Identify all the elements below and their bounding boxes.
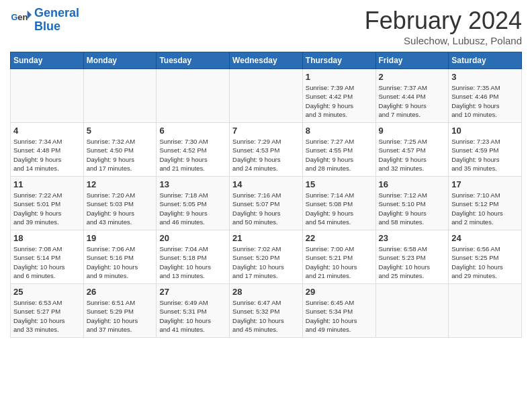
calendar-cell: 18Sunrise: 7:08 AM Sunset: 5:14 PM Dayli… [11, 230, 84, 284]
day-info: Sunrise: 7:32 AM Sunset: 4:50 PM Dayligh… [87, 137, 154, 173]
day-info: Sunrise: 6:45 AM Sunset: 5:34 PM Dayligh… [306, 298, 373, 334]
calendar-cell: 7Sunrise: 7:29 AM Sunset: 4:53 PM Daylig… [230, 123, 303, 177]
day-info: Sunrise: 7:27 AM Sunset: 4:55 PM Dayligh… [306, 137, 373, 173]
weekday-header-wednesday: Wednesday [230, 52, 303, 69]
calendar-week-2: 4Sunrise: 7:34 AM Sunset: 4:48 PM Daylig… [11, 123, 522, 177]
calendar-cell [230, 69, 303, 123]
calendar-cell [375, 284, 449, 338]
day-number: 7 [232, 126, 300, 136]
day-number: 14 [232, 179, 300, 189]
weekday-header-friday: Friday [375, 52, 449, 69]
day-number: 2 [379, 72, 446, 82]
day-number: 23 [379, 233, 446, 243]
calendar-week-3: 11Sunrise: 7:22 AM Sunset: 5:01 PM Dayli… [11, 177, 522, 230]
calendar-cell: 29Sunrise: 6:45 AM Sunset: 5:34 PM Dayli… [302, 284, 375, 338]
day-number: 28 [232, 287, 300, 297]
day-number: 12 [87, 179, 154, 189]
calendar-cell: 17Sunrise: 7:10 AM Sunset: 5:12 PM Dayli… [449, 177, 522, 230]
day-number: 26 [87, 287, 154, 297]
day-number: 27 [159, 287, 226, 297]
calendar-cell: 12Sunrise: 7:20 AM Sunset: 5:03 PM Dayli… [83, 177, 157, 230]
day-number: 18 [13, 233, 81, 243]
logo-line2: Blue [34, 19, 60, 33]
day-number: 29 [306, 287, 373, 297]
calendar-cell: 5Sunrise: 7:32 AM Sunset: 4:50 PM Daylig… [83, 123, 157, 177]
day-number: 19 [87, 233, 154, 243]
day-number: 24 [451, 233, 519, 243]
day-number: 9 [379, 126, 446, 136]
logo-line1: General [34, 6, 79, 19]
calendar-cell: 20Sunrise: 7:04 AM Sunset: 5:18 PM Dayli… [157, 230, 230, 284]
day-number: 21 [232, 233, 300, 243]
weekday-header-monday: Monday [83, 52, 157, 69]
calendar-cell [449, 284, 522, 338]
logo-text: General Blue [34, 7, 79, 34]
svg-text:n: n [22, 12, 28, 22]
day-number: 15 [306, 179, 373, 189]
day-info: Sunrise: 7:04 AM Sunset: 5:18 PM Dayligh… [159, 244, 226, 280]
day-info: Sunrise: 7:06 AM Sunset: 5:16 PM Dayligh… [87, 244, 154, 280]
day-info: Sunrise: 6:51 AM Sunset: 5:29 PM Dayligh… [87, 298, 154, 334]
day-info: Sunrise: 7:16 AM Sunset: 5:07 PM Dayligh… [232, 191, 300, 226]
calendar-cell: 11Sunrise: 7:22 AM Sunset: 5:01 PM Dayli… [11, 177, 84, 230]
day-info: Sunrise: 7:14 AM Sunset: 5:08 PM Dayligh… [306, 191, 373, 226]
day-number: 11 [13, 179, 81, 189]
month-title: February 2024 [365, 7, 522, 35]
calendar-cell: 19Sunrise: 7:06 AM Sunset: 5:16 PM Dayli… [83, 230, 157, 284]
calendar-cell: 25Sunrise: 6:53 AM Sunset: 5:27 PM Dayli… [11, 284, 84, 338]
calendar-cell: 4Sunrise: 7:34 AM Sunset: 4:48 PM Daylig… [11, 123, 84, 177]
day-number: 3 [451, 72, 519, 82]
day-info: Sunrise: 7:35 AM Sunset: 4:46 PM Dayligh… [451, 83, 519, 119]
day-number: 22 [306, 233, 373, 243]
calendar-cell: 16Sunrise: 7:12 AM Sunset: 5:10 PM Dayli… [375, 177, 449, 230]
day-number: 8 [306, 126, 373, 136]
weekday-header-saturday: Saturday [449, 52, 522, 69]
weekday-header-tuesday: Tuesday [157, 52, 230, 69]
svg-marker-3 [28, 10, 32, 19]
calendar-cell: 24Sunrise: 6:56 AM Sunset: 5:25 PM Dayli… [449, 230, 522, 284]
day-info: Sunrise: 7:12 AM Sunset: 5:10 PM Dayligh… [379, 191, 446, 226]
calendar-cell: 26Sunrise: 6:51 AM Sunset: 5:29 PM Dayli… [83, 284, 157, 338]
calendar-cell: 28Sunrise: 6:47 AM Sunset: 5:32 PM Dayli… [230, 284, 303, 338]
calendar-cell: 2Sunrise: 7:37 AM Sunset: 4:44 PM Daylig… [375, 69, 449, 123]
logo-icon: G e n [10, 9, 32, 31]
calendar-cell: 23Sunrise: 6:58 AM Sunset: 5:23 PM Dayli… [375, 230, 449, 284]
day-info: Sunrise: 7:18 AM Sunset: 5:05 PM Dayligh… [159, 191, 226, 226]
day-number: 16 [379, 179, 446, 189]
day-info: Sunrise: 7:39 AM Sunset: 4:42 PM Dayligh… [306, 83, 373, 119]
day-info: Sunrise: 7:08 AM Sunset: 5:14 PM Dayligh… [13, 244, 81, 280]
day-info: Sunrise: 7:34 AM Sunset: 4:48 PM Dayligh… [13, 137, 81, 173]
calendar-cell: 13Sunrise: 7:18 AM Sunset: 5:05 PM Dayli… [157, 177, 230, 230]
day-info: Sunrise: 7:37 AM Sunset: 4:44 PM Dayligh… [379, 83, 446, 119]
day-info: Sunrise: 7:23 AM Sunset: 4:59 PM Dayligh… [451, 137, 519, 173]
day-number: 25 [13, 287, 81, 297]
logo: G e n General Blue [10, 7, 79, 34]
day-number: 6 [159, 126, 226, 136]
calendar-table: SundayMondayTuesdayWednesdayThursdayFrid… [10, 52, 522, 338]
calendar-header-row: SundayMondayTuesdayWednesdayThursdayFrid… [11, 52, 522, 69]
calendar-cell: 22Sunrise: 7:00 AM Sunset: 5:21 PM Dayli… [302, 230, 375, 284]
day-info: Sunrise: 7:02 AM Sunset: 5:20 PM Dayligh… [232, 244, 300, 280]
day-info: Sunrise: 7:29 AM Sunset: 4:53 PM Dayligh… [232, 137, 300, 173]
calendar-cell: 21Sunrise: 7:02 AM Sunset: 5:20 PM Dayli… [230, 230, 303, 284]
title-block: February 2024 Sulechow, Lubusz, Poland [365, 7, 522, 46]
calendar-week-5: 25Sunrise: 6:53 AM Sunset: 5:27 PM Dayli… [11, 284, 522, 338]
day-number: 5 [87, 126, 154, 136]
calendar-cell [83, 69, 157, 123]
calendar-week-4: 18Sunrise: 7:08 AM Sunset: 5:14 PM Dayli… [11, 230, 522, 284]
svg-text:G: G [11, 12, 18, 22]
calendar-cell: 6Sunrise: 7:30 AM Sunset: 4:52 PM Daylig… [157, 123, 230, 177]
weekday-header-thursday: Thursday [302, 52, 375, 69]
day-info: Sunrise: 7:10 AM Sunset: 5:12 PM Dayligh… [451, 191, 519, 226]
calendar-cell: 15Sunrise: 7:14 AM Sunset: 5:08 PM Dayli… [302, 177, 375, 230]
calendar-cell [157, 69, 230, 123]
calendar-cell: 1Sunrise: 7:39 AM Sunset: 4:42 PM Daylig… [302, 69, 375, 123]
day-info: Sunrise: 7:20 AM Sunset: 5:03 PM Dayligh… [87, 191, 154, 226]
day-info: Sunrise: 7:25 AM Sunset: 4:57 PM Dayligh… [379, 137, 446, 173]
day-number: 17 [451, 179, 519, 189]
day-number: 1 [306, 72, 373, 82]
day-number: 10 [451, 126, 519, 136]
calendar-cell [11, 69, 84, 123]
day-info: Sunrise: 6:56 AM Sunset: 5:25 PM Dayligh… [451, 244, 519, 280]
calendar-cell: 14Sunrise: 7:16 AM Sunset: 5:07 PM Dayli… [230, 177, 303, 230]
